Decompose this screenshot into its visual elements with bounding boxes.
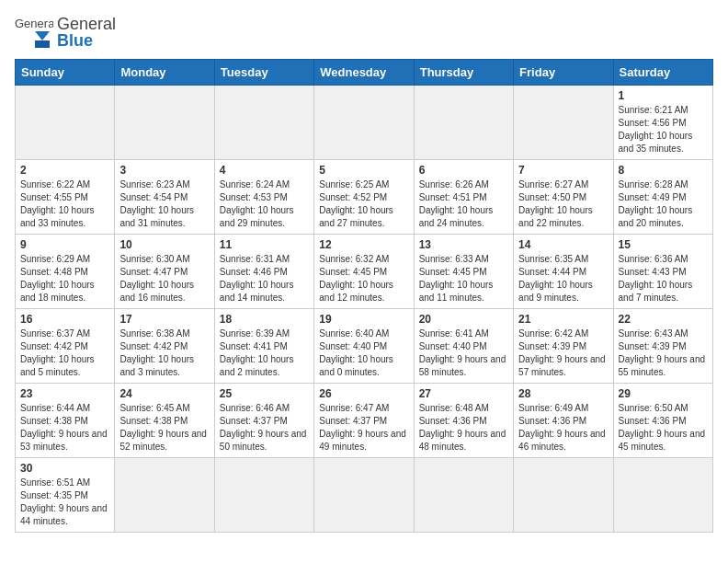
day-number: 20	[419, 313, 508, 326]
calendar-cell: 11Sunrise: 6:31 AM Sunset: 4:46 PM Dayli…	[214, 235, 313, 309]
weekday-header: Monday	[115, 60, 214, 86]
calendar-cell: 8Sunrise: 6:28 AM Sunset: 4:49 PM Daylig…	[613, 160, 712, 235]
day-number: 27	[419, 387, 508, 400]
calendar-cell: 13Sunrise: 6:33 AM Sunset: 4:45 PM Dayli…	[414, 235, 513, 309]
calendar-cell: 4Sunrise: 6:24 AM Sunset: 4:53 PM Daylig…	[214, 160, 313, 235]
calendar-cell: 10Sunrise: 6:30 AM Sunset: 4:47 PM Dayli…	[115, 235, 214, 309]
day-number: 6	[419, 164, 508, 177]
day-info: Sunrise: 6:42 AM Sunset: 4:39 PM Dayligh…	[518, 327, 608, 379]
calendar-week-row: 2Sunrise: 6:22 AM Sunset: 4:55 PM Daylig…	[16, 160, 713, 235]
day-number: 2	[20, 164, 109, 177]
day-info: Sunrise: 6:32 AM Sunset: 4:45 PM Dayligh…	[319, 253, 408, 304]
calendar-cell: 22Sunrise: 6:43 AM Sunset: 4:39 PM Dayli…	[613, 309, 712, 384]
day-number: 12	[319, 238, 408, 251]
day-number: 16	[20, 313, 109, 326]
day-number: 24	[119, 387, 209, 400]
weekday-header-row: SundayMondayTuesdayWednesdayThursdayFrid…	[16, 60, 713, 86]
day-info: Sunrise: 6:47 AM Sunset: 4:37 PM Dayligh…	[319, 402, 408, 454]
day-info: Sunrise: 6:28 AM Sunset: 4:49 PM Dayligh…	[619, 178, 708, 230]
weekday-header: Tuesday	[214, 60, 313, 86]
day-number: 4	[220, 164, 309, 177]
day-info: Sunrise: 6:26 AM Sunset: 4:51 PM Dayligh…	[419, 178, 508, 230]
logo: GeneralGeneralBlue	[15, 15, 116, 50]
calendar-body: 1Sunrise: 6:21 AM Sunset: 4:56 PM Daylig…	[16, 86, 713, 533]
calendar-week-row: 9Sunrise: 6:29 AM Sunset: 4:48 PM Daylig…	[16, 235, 713, 309]
svg-marker-1	[35, 31, 50, 40]
day-info: Sunrise: 6:35 AM Sunset: 4:44 PM Dayligh…	[518, 253, 608, 304]
calendar-header: SundayMondayTuesdayWednesdayThursdayFrid…	[16, 60, 713, 86]
day-number: 15	[619, 238, 708, 251]
calendar-cell: 6Sunrise: 6:26 AM Sunset: 4:51 PM Daylig…	[414, 160, 513, 235]
calendar-cell	[514, 86, 613, 160]
day-info: Sunrise: 6:41 AM Sunset: 4:40 PM Dayligh…	[419, 327, 508, 379]
calendar-cell: 16Sunrise: 6:37 AM Sunset: 4:42 PM Dayli…	[16, 309, 115, 384]
calendar-table: SundayMondayTuesdayWednesdayThursdayFrid…	[15, 59, 713, 533]
day-info: Sunrise: 6:46 AM Sunset: 4:37 PM Dayligh…	[220, 402, 309, 454]
day-number: 7	[518, 164, 608, 177]
calendar-cell: 21Sunrise: 6:42 AM Sunset: 4:39 PM Dayli…	[514, 309, 613, 384]
calendar-cell: 3Sunrise: 6:23 AM Sunset: 4:54 PM Daylig…	[115, 160, 214, 235]
day-info: Sunrise: 6:40 AM Sunset: 4:40 PM Dayligh…	[319, 327, 408, 379]
day-number: 21	[518, 313, 608, 326]
calendar-cell: 2Sunrise: 6:22 AM Sunset: 4:55 PM Daylig…	[16, 160, 115, 235]
logo-blue-label: Blue	[57, 32, 116, 49]
calendar-cell: 24Sunrise: 6:45 AM Sunset: 4:38 PM Dayli…	[115, 384, 214, 458]
calendar-cell: 28Sunrise: 6:49 AM Sunset: 4:36 PM Dayli…	[514, 384, 613, 458]
day-number: 13	[419, 238, 508, 251]
calendar-cell: 14Sunrise: 6:35 AM Sunset: 4:44 PM Dayli…	[514, 235, 613, 309]
calendar-cell: 23Sunrise: 6:44 AM Sunset: 4:38 PM Dayli…	[16, 384, 115, 458]
day-info: Sunrise: 6:37 AM Sunset: 4:42 PM Dayligh…	[20, 327, 109, 379]
calendar-cell: 25Sunrise: 6:46 AM Sunset: 4:37 PM Dayli…	[214, 384, 313, 458]
calendar-cell: 29Sunrise: 6:50 AM Sunset: 4:36 PM Dayli…	[613, 384, 712, 458]
weekday-header: Sunday	[16, 60, 115, 86]
day-info: Sunrise: 6:43 AM Sunset: 4:39 PM Dayligh…	[619, 327, 708, 379]
calendar-cell: 17Sunrise: 6:38 AM Sunset: 4:42 PM Dayli…	[115, 309, 214, 384]
day-info: Sunrise: 6:38 AM Sunset: 4:42 PM Dayligh…	[119, 327, 209, 379]
calendar-cell: 26Sunrise: 6:47 AM Sunset: 4:37 PM Dayli…	[314, 384, 414, 458]
calendar-cell	[115, 458, 214, 533]
weekday-header: Thursday	[414, 60, 513, 86]
day-number: 23	[20, 387, 109, 400]
day-info: Sunrise: 6:48 AM Sunset: 4:36 PM Dayligh…	[419, 402, 508, 454]
calendar-cell: 27Sunrise: 6:48 AM Sunset: 4:36 PM Dayli…	[414, 384, 513, 458]
day-info: Sunrise: 6:25 AM Sunset: 4:52 PM Dayligh…	[319, 178, 408, 230]
logo-general-label: General	[57, 16, 116, 32]
calendar-cell	[214, 458, 313, 533]
weekday-header: Saturday	[613, 60, 712, 86]
svg-rect-2	[35, 40, 50, 48]
calendar-cell	[414, 458, 513, 533]
svg-text:General: General	[15, 17, 53, 30]
weekday-header: Wednesday	[314, 60, 414, 86]
calendar-cell	[613, 458, 712, 533]
day-number: 17	[119, 313, 209, 326]
day-number: 1	[619, 89, 708, 102]
calendar-week-row: 23Sunrise: 6:44 AM Sunset: 4:38 PM Dayli…	[16, 384, 713, 458]
calendar-cell: 7Sunrise: 6:27 AM Sunset: 4:50 PM Daylig…	[514, 160, 613, 235]
calendar-cell	[214, 86, 313, 160]
day-number: 8	[619, 164, 708, 177]
day-number: 9	[20, 238, 109, 251]
calendar-cell	[314, 86, 414, 160]
calendar-cell	[514, 458, 613, 533]
day-info: Sunrise: 6:30 AM Sunset: 4:47 PM Dayligh…	[119, 253, 209, 304]
day-info: Sunrise: 6:22 AM Sunset: 4:55 PM Dayligh…	[20, 178, 109, 230]
day-number: 28	[518, 387, 608, 400]
day-number: 3	[119, 164, 209, 177]
calendar-cell: 18Sunrise: 6:39 AM Sunset: 4:41 PM Dayli…	[214, 309, 313, 384]
calendar-cell	[16, 86, 115, 160]
day-number: 25	[220, 387, 309, 400]
day-number: 26	[319, 387, 408, 400]
page-header: GeneralGeneralBlue	[15, 15, 713, 50]
calendar-cell: 9Sunrise: 6:29 AM Sunset: 4:48 PM Daylig…	[16, 235, 115, 309]
calendar-week-row: 16Sunrise: 6:37 AM Sunset: 4:42 PM Dayli…	[16, 309, 713, 384]
day-info: Sunrise: 6:23 AM Sunset: 4:54 PM Dayligh…	[119, 178, 209, 230]
calendar-cell: 12Sunrise: 6:32 AM Sunset: 4:45 PM Dayli…	[314, 235, 414, 309]
calendar-cell	[414, 86, 513, 160]
day-info: Sunrise: 6:27 AM Sunset: 4:50 PM Dayligh…	[518, 178, 608, 230]
day-info: Sunrise: 6:44 AM Sunset: 4:38 PM Dayligh…	[20, 402, 109, 454]
day-info: Sunrise: 6:31 AM Sunset: 4:46 PM Dayligh…	[220, 253, 309, 304]
day-info: Sunrise: 6:29 AM Sunset: 4:48 PM Dayligh…	[20, 253, 109, 304]
calendar-cell: 19Sunrise: 6:40 AM Sunset: 4:40 PM Dayli…	[314, 309, 414, 384]
calendar-cell: 5Sunrise: 6:25 AM Sunset: 4:52 PM Daylig…	[314, 160, 414, 235]
weekday-header: Friday	[514, 60, 613, 86]
